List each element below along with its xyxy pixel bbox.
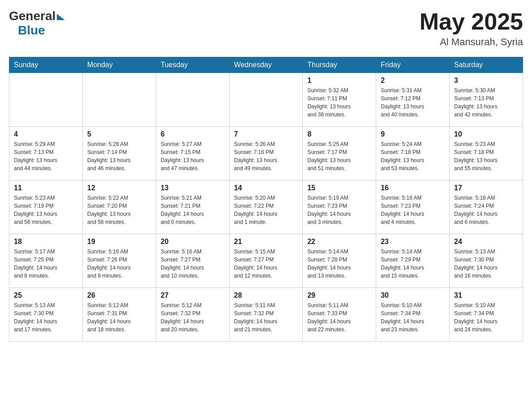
calendar-day-cell: 3Sunrise: 5:30 AM Sunset: 7:13 PM Daylig… [450, 73, 523, 127]
day-info: Sunrise: 5:31 AM Sunset: 7:12 PM Dayligh… [381, 86, 445, 119]
day-number: 30 [381, 291, 445, 300]
day-number: 20 [161, 238, 225, 246]
calendar-day-cell: 6Sunrise: 5:27 AM Sunset: 7:15 PM Daylig… [156, 127, 229, 180]
calendar-day-cell: 9Sunrise: 5:24 AM Sunset: 7:18 PM Daylig… [376, 127, 450, 180]
day-number: 6 [161, 130, 225, 138]
calendar-day-header: Sunday [9, 57, 83, 73]
calendar-day-cell: 29Sunrise: 5:11 AM Sunset: 7:33 PM Dayli… [303, 288, 376, 342]
day-number: 9 [381, 130, 445, 138]
calendar-week-row: 18Sunrise: 5:17 AM Sunset: 7:25 PM Dayli… [9, 234, 523, 288]
day-number: 23 [381, 238, 445, 246]
calendar-table: SundayMondayTuesdayWednesdayThursdayFrid… [9, 57, 523, 342]
logo-blue-text: Blue [18, 23, 45, 38]
day-number: 27 [161, 291, 225, 300]
calendar-week-row: 4Sunrise: 5:29 AM Sunset: 7:13 PM Daylig… [9, 127, 523, 180]
day-number: 21 [234, 238, 298, 246]
day-number: 14 [234, 184, 298, 192]
calendar-day-cell: 13Sunrise: 5:21 AM Sunset: 7:21 PM Dayli… [156, 180, 229, 234]
day-number: 26 [87, 291, 151, 300]
calendar-day-cell: 7Sunrise: 5:26 AM Sunset: 7:16 PM Daylig… [229, 127, 303, 180]
day-info: Sunrise: 5:10 AM Sunset: 7:34 PM Dayligh… [454, 301, 518, 334]
calendar-day-cell [9, 73, 83, 127]
calendar-day-cell [82, 73, 156, 127]
day-number: 15 [307, 184, 371, 192]
day-number: 3 [454, 77, 518, 85]
calendar-week-row: 11Sunrise: 5:23 AM Sunset: 7:19 PM Dayli… [9, 180, 523, 234]
day-info: Sunrise: 5:14 AM Sunset: 7:28 PM Dayligh… [307, 248, 371, 280]
calendar-header-row: SundayMondayTuesdayWednesdayThursdayFrid… [9, 57, 523, 73]
calendar-day-cell: 1Sunrise: 5:32 AM Sunset: 7:11 PM Daylig… [303, 73, 376, 127]
day-number: 2 [381, 77, 445, 85]
calendar-day-cell: 8Sunrise: 5:25 AM Sunset: 7:17 PM Daylig… [303, 127, 376, 180]
day-info: Sunrise: 5:25 AM Sunset: 7:17 PM Dayligh… [307, 140, 371, 172]
calendar-day-cell: 17Sunrise: 5:18 AM Sunset: 7:24 PM Dayli… [450, 180, 523, 234]
calendar-day-cell: 10Sunrise: 5:23 AM Sunset: 7:18 PM Dayli… [450, 127, 523, 180]
calendar-week-row: 25Sunrise: 5:13 AM Sunset: 7:30 PM Dayli… [9, 288, 523, 342]
day-number: 7 [234, 130, 298, 138]
logo-general-text: General [9, 9, 56, 23]
day-number: 31 [454, 291, 518, 300]
calendar-day-header: Monday [82, 57, 156, 73]
calendar-day-cell: 28Sunrise: 5:11 AM Sunset: 7:32 PM Dayli… [229, 288, 303, 342]
calendar-day-header: Friday [376, 57, 450, 73]
calendar-day-cell: 22Sunrise: 5:14 AM Sunset: 7:28 PM Dayli… [303, 234, 376, 288]
calendar-day-cell: 11Sunrise: 5:23 AM Sunset: 7:19 PM Dayli… [9, 180, 83, 234]
day-info: Sunrise: 5:19 AM Sunset: 7:23 PM Dayligh… [307, 194, 371, 226]
day-number: 8 [307, 130, 371, 138]
calendar-day-cell: 25Sunrise: 5:13 AM Sunset: 7:30 PM Dayli… [9, 288, 83, 342]
day-number: 10 [454, 130, 518, 138]
calendar-day-cell: 21Sunrise: 5:15 AM Sunset: 7:27 PM Dayli… [229, 234, 303, 288]
calendar-day-header: Tuesday [156, 57, 229, 73]
day-info: Sunrise: 5:32 AM Sunset: 7:11 PM Dayligh… [307, 86, 371, 119]
day-number: 19 [87, 238, 151, 246]
page-header: General Blue May 2025 Al Mansurah, Syria [9, 9, 523, 48]
calendar-day-cell [229, 73, 303, 127]
calendar-day-header: Saturday [450, 57, 523, 73]
logo: General Blue [9, 9, 65, 38]
day-info: Sunrise: 5:23 AM Sunset: 7:18 PM Dayligh… [454, 140, 518, 172]
day-number: 5 [87, 130, 151, 138]
day-info: Sunrise: 5:20 AM Sunset: 7:22 PM Dayligh… [234, 194, 298, 226]
day-info: Sunrise: 5:21 AM Sunset: 7:21 PM Dayligh… [161, 194, 225, 226]
day-info: Sunrise: 5:26 AM Sunset: 7:16 PM Dayligh… [234, 140, 298, 172]
day-number: 24 [454, 238, 518, 246]
calendar-day-cell: 20Sunrise: 5:16 AM Sunset: 7:27 PM Dayli… [156, 234, 229, 288]
day-number: 11 [14, 184, 78, 192]
day-info: Sunrise: 5:13 AM Sunset: 7:30 PM Dayligh… [14, 301, 78, 334]
calendar-day-cell: 18Sunrise: 5:17 AM Sunset: 7:25 PM Dayli… [9, 234, 83, 288]
day-info: Sunrise: 5:11 AM Sunset: 7:32 PM Dayligh… [234, 301, 298, 334]
day-number: 18 [14, 238, 78, 246]
calendar-day-cell: 27Sunrise: 5:12 AM Sunset: 7:32 PM Dayli… [156, 288, 229, 342]
day-info: Sunrise: 5:28 AM Sunset: 7:14 PM Dayligh… [87, 140, 151, 172]
calendar-day-cell: 23Sunrise: 5:14 AM Sunset: 7:29 PM Dayli… [376, 234, 450, 288]
day-info: Sunrise: 5:17 AM Sunset: 7:25 PM Dayligh… [14, 248, 78, 280]
logo-arrow-icon [57, 14, 65, 20]
day-info: Sunrise: 5:30 AM Sunset: 7:13 PM Dayligh… [454, 86, 518, 119]
day-number: 29 [307, 291, 371, 300]
day-number: 25 [14, 291, 78, 300]
day-number: 1 [307, 77, 371, 85]
location-subtitle: Al Mansurah, Syria [420, 36, 523, 48]
day-number: 28 [234, 291, 298, 300]
calendar-day-cell: 5Sunrise: 5:28 AM Sunset: 7:14 PM Daylig… [82, 127, 156, 180]
day-info: Sunrise: 5:15 AM Sunset: 7:27 PM Dayligh… [234, 248, 298, 280]
calendar-day-cell: 16Sunrise: 5:18 AM Sunset: 7:23 PM Dayli… [376, 180, 450, 234]
calendar-day-cell [156, 73, 229, 127]
day-info: Sunrise: 5:22 AM Sunset: 7:20 PM Dayligh… [87, 194, 151, 226]
calendar-day-cell: 24Sunrise: 5:13 AM Sunset: 7:30 PM Dayli… [450, 234, 523, 288]
day-info: Sunrise: 5:18 AM Sunset: 7:24 PM Dayligh… [454, 194, 518, 226]
day-number: 4 [14, 130, 78, 138]
day-info: Sunrise: 5:16 AM Sunset: 7:27 PM Dayligh… [161, 248, 225, 280]
day-info: Sunrise: 5:29 AM Sunset: 7:13 PM Dayligh… [14, 140, 78, 172]
day-number: 17 [454, 184, 518, 192]
calendar-day-cell: 15Sunrise: 5:19 AM Sunset: 7:23 PM Dayli… [303, 180, 376, 234]
day-number: 16 [381, 184, 445, 192]
day-info: Sunrise: 5:24 AM Sunset: 7:18 PM Dayligh… [381, 140, 445, 172]
day-number: 12 [87, 184, 151, 192]
day-info: Sunrise: 5:12 AM Sunset: 7:31 PM Dayligh… [87, 301, 151, 334]
day-info: Sunrise: 5:27 AM Sunset: 7:15 PM Dayligh… [161, 140, 225, 172]
calendar-day-cell: 19Sunrise: 5:16 AM Sunset: 7:26 PM Dayli… [82, 234, 156, 288]
day-info: Sunrise: 5:23 AM Sunset: 7:19 PM Dayligh… [14, 194, 78, 226]
day-info: Sunrise: 5:18 AM Sunset: 7:23 PM Dayligh… [381, 194, 445, 226]
calendar-day-cell: 26Sunrise: 5:12 AM Sunset: 7:31 PM Dayli… [82, 288, 156, 342]
